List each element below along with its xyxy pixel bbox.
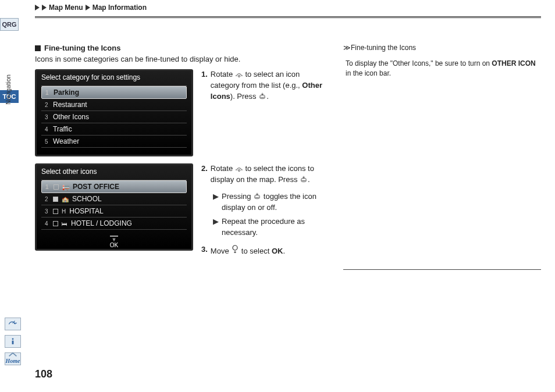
- side-column: ≫ Fine-tuning the Icons To display the "…: [343, 44, 541, 270]
- list-item: 3HHOSPITAL: [41, 205, 187, 218]
- checkbox-icon: [53, 197, 58, 202]
- list-item: 1Parking: [41, 86, 187, 99]
- chevron-right-icon: [42, 5, 47, 10]
- svg-point-7: [301, 178, 307, 180]
- svg-point-10: [233, 245, 237, 250]
- info-icon: [9, 337, 17, 345]
- svg-point-5: [238, 170, 240, 172]
- square-bullet-icon: [35, 45, 41, 51]
- section-title: Fine-tuning the Icons: [35, 44, 323, 52]
- main-column: Fine-tuning the Icons Icons in some cate…: [35, 44, 323, 270]
- chevron-right-icon: [86, 5, 90, 10]
- svg-rect-1: [12, 341, 14, 344]
- list-item: 2Restaurant: [41, 99, 187, 111]
- dial-icon: [235, 166, 243, 172]
- tab-qrg[interactable]: QRG: [0, 18, 19, 31]
- svg-point-2: [238, 76, 240, 77]
- info-button[interactable]: [5, 335, 21, 348]
- crumb-2[interactable]: Map Information: [92, 3, 147, 12]
- screen-title: Select other icons: [37, 165, 191, 178]
- svg-point-4: [260, 95, 265, 97]
- crumb-1[interactable]: Map Menu: [49, 3, 83, 12]
- dial-icon: [235, 72, 243, 78]
- chevron-right-icon: [35, 5, 40, 10]
- press-icon: [258, 92, 266, 100]
- screenshot-categories: Select category for icon settings 1Parki…: [35, 69, 193, 156]
- side-note: To display the "Other Icons," be sure to…: [343, 59, 541, 79]
- list-item: 3Other Icons: [41, 111, 187, 123]
- voice-button[interactable]: [5, 318, 21, 330]
- step-2: 2.Rotate to select the icons to display …: [201, 163, 323, 186]
- checkbox-icon: [54, 184, 59, 190]
- step-1: 1.Rotate to select an icon category from…: [201, 69, 323, 102]
- screenshot-other-icons: Select other icons 1🏣POST OFFICE 2🏫SCHOO…: [35, 163, 193, 251]
- chevron-double-icon: ≫: [343, 44, 348, 52]
- step-2-sub2: ▶Repeat the procedure as necessary.: [213, 216, 323, 238]
- page-number: 108: [35, 368, 52, 380]
- poi-icon: 🛏: [62, 220, 67, 227]
- list-item: 4Traffic: [41, 123, 187, 136]
- list-item: 5Weather: [41, 136, 187, 148]
- poi-icon: H: [62, 208, 66, 215]
- move-icon: [231, 244, 239, 255]
- breadcrumb: Map Menu Map Information: [35, 3, 541, 18]
- poi-icon: 🏣: [62, 184, 69, 190]
- list-item: 2🏫SCHOOL: [41, 193, 187, 205]
- list-item: 1🏣POST OFFICE: [41, 180, 187, 193]
- svg-point-9: [255, 195, 260, 197]
- ok-button: OK: [110, 236, 118, 248]
- poi-icon: 🏫: [62, 196, 69, 202]
- screen-title: Select category for icon settings: [37, 71, 191, 84]
- list-item: 4🛏HOTEL / LODGING: [41, 218, 187, 230]
- sidebar-nav-label[interactable]: Navigation: [5, 74, 12, 105]
- step-3: 3.Move to select OK.: [201, 244, 323, 257]
- press-icon: [253, 192, 261, 200]
- section-intro: Icons in some categories can be fine-tun…: [35, 55, 323, 63]
- home-label: Home: [6, 358, 20, 364]
- checkbox-icon: [53, 221, 58, 226]
- press-icon: [300, 175, 308, 183]
- home-button[interactable]: Home: [5, 352, 21, 365]
- step-2-sub1: ▶Pressing toggles the icon display on or…: [213, 191, 323, 213]
- page-content: Map Menu Map Information Fine-tuning the…: [35, 3, 541, 380]
- svg-point-0: [12, 338, 14, 340]
- side-heading: ≫ Fine-tuning the Icons: [343, 44, 541, 52]
- voice-icon: [8, 319, 17, 329]
- home-icon: [7, 352, 19, 357]
- checkbox-icon: [53, 209, 58, 214]
